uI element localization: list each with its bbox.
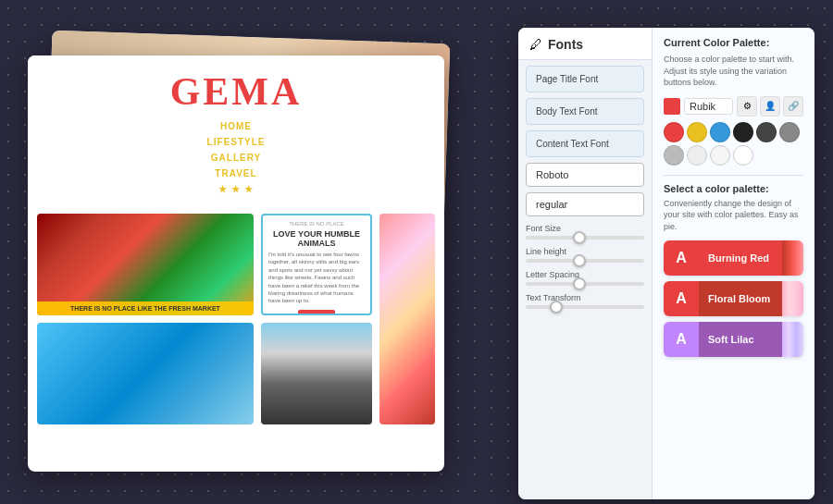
font-size-track[interactable] xyxy=(526,236,644,240)
select-palette-title: Select a color palette: xyxy=(664,183,803,194)
building-image xyxy=(261,323,372,424)
device-container: GEMA HOMELIFESTYLEGALLERYTRAVEL★ ★ ★ THE… xyxy=(19,28,814,481)
article-subtitle: THERE IS NO PLACE xyxy=(268,221,365,227)
font-size-label: Font Size xyxy=(526,224,644,233)
palette-edit-icon[interactable]: ⚙ xyxy=(737,96,757,117)
current-palette-title: Current Color Palette: xyxy=(664,37,803,48)
palette-burning-name: Burning Red xyxy=(699,240,782,276)
palette-lilac-label: A xyxy=(664,322,699,357)
fonts-header: 🖊 Fonts xyxy=(518,28,652,60)
content-text-font-option[interactable]: Content Text Font xyxy=(526,130,644,157)
palette-icons: ⚙ 👤 🔗 xyxy=(737,96,803,117)
body-text-font-option[interactable]: Body Text Font xyxy=(526,98,644,125)
palette-burning-img xyxy=(782,240,803,276)
swatch-red[interactable] xyxy=(664,122,684,142)
line-height-slider-row: Line height xyxy=(526,247,644,263)
font-weight-select[interactable]: regular xyxy=(526,192,644,216)
food-caption: THERE IS NO PLACE LIKE THE FRESH MARKET xyxy=(37,301,254,315)
swatch-white-2[interactable] xyxy=(733,145,753,166)
fonts-title: Fonts xyxy=(548,37,583,52)
website-content: THERE IS NO PLACE LIKE THE FRESH MARKET … xyxy=(28,214,444,434)
color-swatches xyxy=(664,122,803,166)
person-image xyxy=(37,323,254,424)
line-height-thumb[interactable] xyxy=(573,254,586,267)
article-more-button[interactable]: MORE xyxy=(298,310,335,315)
content-right xyxy=(379,214,435,424)
palette-lilac-name: Soft Lilac xyxy=(699,322,782,357)
website-preview: GEMA HOMELIFESTYLEGALLERYTRAVEL★ ★ ★ THE… xyxy=(28,55,444,472)
food-image: THERE IS NO PLACE LIKE THE FRESH MARKET xyxy=(37,214,254,315)
letter-spacing-label: Letter Spacing xyxy=(526,270,644,279)
divider xyxy=(664,175,803,176)
current-palette-desc: Choose a color palette to start with. Ad… xyxy=(664,54,803,89)
font-size-thumb[interactable] xyxy=(573,231,586,244)
website-header: GEMA HOMELIFESTYLEGALLERYTRAVEL★ ★ ★ xyxy=(28,55,444,214)
palette-floral-name: Floral Bloom xyxy=(699,281,782,316)
swatch-black[interactable] xyxy=(733,122,753,142)
text-transform-label: Text Transform xyxy=(526,293,644,302)
palette-swatch-red xyxy=(664,98,680,115)
font-name-select[interactable]: Roboto xyxy=(526,163,644,187)
text-transform-slider-row: Text Transform xyxy=(526,293,644,309)
swatch-off-white[interactable] xyxy=(687,145,707,166)
letter-spacing-thumb[interactable] xyxy=(573,277,586,290)
palette-soft-lilac[interactable]: A Soft Lilac xyxy=(664,322,803,357)
palette-user-icon[interactable]: 👤 xyxy=(760,96,780,117)
font-size-slider-row: Font Size xyxy=(526,224,644,240)
palette-link-icon[interactable]: 🔗 xyxy=(783,96,803,117)
swatch-yellow[interactable] xyxy=(687,122,707,142)
fonts-icon: 🖊 xyxy=(529,37,542,52)
swatch-blue[interactable] xyxy=(710,122,730,142)
palette-floral-label: A xyxy=(664,281,699,316)
article-box: THERE IS NO PLACE LOVE YOUR HUMBLE ANIMA… xyxy=(261,214,372,315)
swatch-dark-gray[interactable] xyxy=(756,122,777,142)
website-logo: GEMA xyxy=(46,69,426,114)
select-palette-desc: Conveniently change the design of your s… xyxy=(664,198,803,233)
page-title-font-option[interactable]: Page Title Font xyxy=(526,66,644,92)
text-transform-track[interactable] xyxy=(526,305,644,309)
swatch-gray[interactable] xyxy=(779,122,800,142)
palette-font-name: Rubik xyxy=(684,98,733,115)
palette-floral-img xyxy=(782,281,803,316)
swatch-light-gray[interactable] xyxy=(664,145,684,166)
article-title: LOVE YOUR HUMBLE ANIMALS xyxy=(268,229,365,248)
text-transform-thumb[interactable] xyxy=(550,301,563,313)
palette-floral-bloom[interactable]: A Floral Bloom xyxy=(664,281,803,316)
palette-burning-label: A xyxy=(664,240,699,276)
settings-panel: 🖊 Fonts Page Title Font Body Text Font C… xyxy=(518,28,814,499)
content-left: THERE IS NO PLACE LIKE THE FRESH MARKET xyxy=(37,214,254,424)
palette-lilac-img xyxy=(782,322,803,357)
palette-burning-red[interactable]: A Burning Red xyxy=(664,240,803,276)
website-nav: HOMELIFESTYLEGALLERYTRAVEL★ ★ ★ xyxy=(46,114,426,204)
fabric-image xyxy=(379,214,435,424)
letter-spacing-slider-row: Letter Spacing xyxy=(526,270,644,286)
swatch-white-1[interactable] xyxy=(710,145,730,166)
content-middle: THERE IS NO PLACE LOVE YOUR HUMBLE ANIMA… xyxy=(261,214,372,424)
color-panel: Current Color Palette: Choose a color pa… xyxy=(653,28,814,499)
line-height-track[interactable] xyxy=(526,259,644,263)
current-palette-row: Rubik ⚙ 👤 🔗 xyxy=(664,96,803,117)
fonts-panel: 🖊 Fonts Page Title Font Body Text Font C… xyxy=(518,28,653,499)
line-height-label: Line height xyxy=(526,247,644,256)
article-text: I'm told it's unusual to see four fawns … xyxy=(268,251,365,305)
letter-spacing-track[interactable] xyxy=(526,282,644,286)
